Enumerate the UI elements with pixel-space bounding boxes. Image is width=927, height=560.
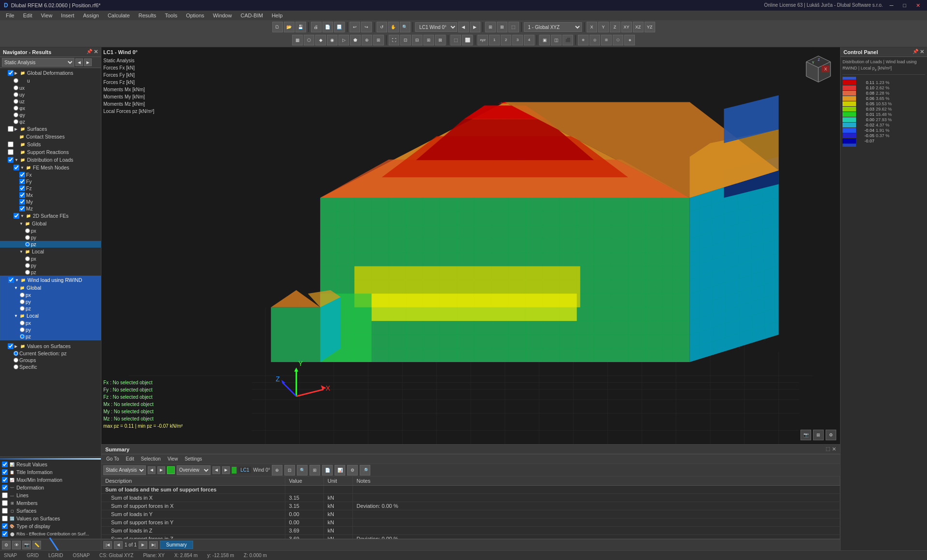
nav-check-fe-mesh[interactable] [14,165,19,170]
nav-item-wind-global[interactable]: ▼ 📁 Global [0,284,100,292]
page-last-btn[interactable]: ▶| [149,541,158,549]
summary-view-prev[interactable]: ◀ [212,466,220,474]
page-next-btn[interactable]: ▶ [139,541,147,549]
toolbar-r8[interactable]: ⊞ [373,35,384,45]
nav-item-wind-glob-pz[interactable]: pz [0,305,100,312]
nav-radio-u[interactable] [14,78,18,83]
nav-pin-btn[interactable]: 📌 [86,49,92,55]
nav-item-wind-glob-py[interactable]: py [0,298,100,305]
toolbar-r12[interactable]: ⊞ [423,35,434,45]
nav-item-uy[interactable]: uy [0,91,101,98]
nav-check-mz[interactable] [19,206,25,211]
summary-view-next[interactable]: ▶ [222,466,230,474]
toolbar-save[interactable]: 💾 [295,22,306,32]
status-grid[interactable]: GRID [27,553,39,558]
nav-check-my[interactable] [19,199,25,205]
summary-tab[interactable]: Summary [160,541,193,549]
nav-check-dist-loads[interactable] [8,157,14,163]
nav-item-global[interactable]: ▼ 📁 Global [0,220,101,227]
summary-view-selector[interactable]: Overview [177,465,211,475]
nav-radio-phix[interactable] [14,106,18,111]
toolbar-pan[interactable]: ✋ [388,22,399,32]
nav-radio-loc-py[interactable] [25,263,30,268]
toolbar-r9[interactable]: ⛶ [389,35,399,45]
toolbar-print3[interactable]: 📃 [334,22,345,32]
nav-radio-specific[interactable] [14,364,18,369]
page-first-btn[interactable]: |◀ [103,541,112,549]
nav-close-btn[interactable]: ✕ [94,49,98,55]
menu-options[interactable]: Options [182,12,208,19]
toolbar-zoom[interactable]: 🔍 [400,22,410,32]
nav-item-glob-pz[interactable]: pz [0,241,101,248]
nav-check-title-info[interactable] [2,469,8,475]
toolbar-print[interactable]: 🖨 [311,22,322,32]
summary-tool8[interactable]: 🔎 [360,465,370,476]
nav-display-values-on-surf[interactable]: 🔢 Values on Surfaces [0,515,101,522]
nav-item-dist-loads[interactable]: ▼ 📁 Distribution of Loads [0,156,101,164]
nav-check-fy[interactable] [19,179,25,184]
nav-radio-wind-loc-py[interactable] [20,327,25,332]
nav-item-phix[interactable]: φx [0,105,101,112]
nav-check-members[interactable] [2,500,8,506]
nav-check-global-deform[interactable] [8,70,14,76]
nav-display-maxmin[interactable]: 📈 Max/Min Information [0,476,101,484]
toolbar-render3[interactable]: ⬛ [562,35,573,45]
nav-check-wind-rwind[interactable] [8,277,14,283]
nav-display-title-info[interactable]: 📋 Title Information [0,468,101,476]
nav-item-loc-py[interactable]: py [0,262,101,269]
nav-item-loc-pz[interactable]: pz [0,269,101,276]
menu-tools[interactable]: Tools [161,12,181,19]
nav-radio-wind-glob-px[interactable] [20,293,25,297]
nav-check-fz[interactable] [19,185,25,191]
nav-radio-loc-px[interactable] [25,256,30,261]
toolbar-xyz5[interactable]: XZ [633,22,644,32]
toolbar-rotate[interactable]: ↺ [377,22,387,32]
toolbar-snap3[interactable]: ⊞ [601,35,612,45]
status-osnap[interactable]: OSNAP [73,553,90,558]
toolbar-snap5[interactable]: ◈ [624,35,635,45]
nav-item-wind-loc-py[interactable]: py [0,326,100,333]
nav-check-lines[interactable] [2,492,8,498]
nav-item-2d-fe[interactable]: ▼ 📁 2D Surface FEs [0,212,101,220]
toolbar-r6[interactable]: ⬟ [350,35,361,45]
nav-item-wind-local[interactable]: ▼ 📁 Local [0,312,100,320]
menu-view[interactable]: View [37,12,56,19]
nav-tool-ruler[interactable]: 📏 [32,541,41,549]
nav-radio-phiz[interactable] [14,119,18,124]
nav-prev-btn[interactable]: ◀ [75,58,83,66]
summary-next-btn[interactable]: ▶ [157,466,165,474]
status-lgrid[interactable]: LGRID [48,553,63,558]
nav-item-phiy[interactable]: φy [0,112,101,118]
nav-item-fx[interactable]: Fx [0,171,101,178]
minimize-btn[interactable]: ─ [887,2,897,9]
nav-check-mx[interactable] [19,192,25,198]
nav-display-members[interactable]: ⊞ Members [0,499,101,507]
menu-results[interactable]: Results [135,12,160,19]
page-prev-btn[interactable]: ◀ [114,541,123,549]
nav-item-current-sel[interactable]: Current Selection: pz [0,350,101,357]
nav-check-deformation[interactable] [2,485,8,490]
nav-item-fy[interactable]: Fy [0,178,101,185]
summary-menu-settings[interactable]: Settings [182,456,205,462]
summary-menu-view[interactable]: View [165,456,181,462]
nav-item-wind-rwind[interactable]: ▼ 📁 Wind load using RWIND [0,276,100,284]
nav-radio-glob-px[interactable] [25,228,30,233]
nav-radio-wind-glob-pz[interactable] [20,306,25,311]
toolbar-xyz2[interactable]: Y [598,22,609,32]
orientation-cube[interactable]: X Y Z [801,52,835,86]
nav-check-maxmin[interactable] [2,477,8,483]
toolbar-axis4[interactable]: 3 [512,35,523,45]
nav-item-loc-px[interactable]: px [0,255,101,262]
nav-item-ux[interactable]: ux [0,84,101,91]
nav-item-mx[interactable]: Mx [0,192,101,198]
toolbar-xyz4[interactable]: XY [621,22,632,32]
nav-display-type-display[interactable]: 🎨 Type of display [0,522,101,530]
summary-tool3[interactable]: 🔍 [297,465,308,476]
cp-pin-btn[interactable]: 📌 [913,49,918,55]
toolbar-axis2[interactable]: 1 [489,35,500,45]
menu-window[interactable]: Window [209,12,236,19]
menu-assign[interactable]: Assign [79,12,103,19]
nav-check-values-surfaces[interactable] [8,343,14,349]
nav-radio-uz[interactable] [14,99,18,104]
nav-check-result-values[interactable] [2,462,8,467]
